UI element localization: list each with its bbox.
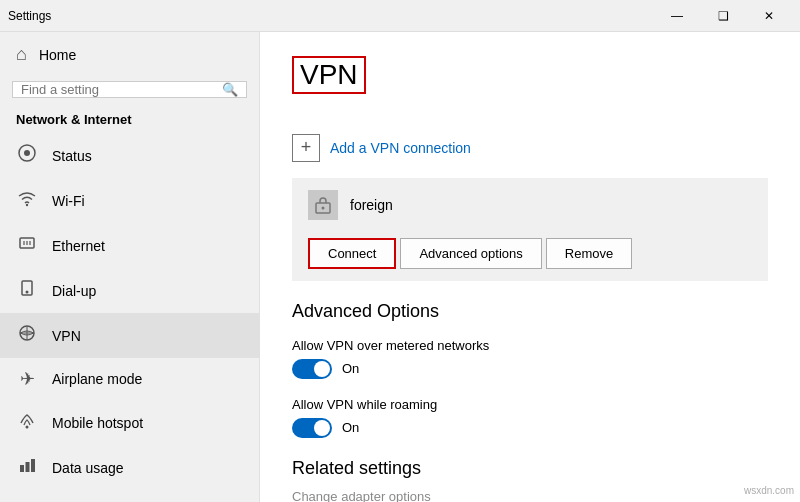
vpn-connection-name: foreign <box>350 197 393 213</box>
vpn-card-header: foreign <box>308 190 752 220</box>
page-title: VPN <box>292 56 366 94</box>
sidebar-item-status[interactable]: Status <box>0 133 259 178</box>
search-icon: 🔍 <box>222 82 238 97</box>
close-button[interactable]: ✕ <box>746 0 792 32</box>
option1-toggle-text: On <box>342 361 359 376</box>
sidebar-item-airplane-label: Airplane mode <box>52 371 142 387</box>
option2-toggle-row: On <box>292 418 768 438</box>
option1-label: Allow VPN over metered networks <box>292 338 768 353</box>
sidebar-home-label: Home <box>39 47 76 63</box>
option1-toggle-row: On <box>292 359 768 379</box>
sidebar: ⌂ Home 🔍 Network & Internet Status <box>0 32 260 502</box>
status-icon <box>16 143 38 168</box>
option1-toggle[interactable] <box>292 359 332 379</box>
sidebar-item-vpn[interactable]: VPN <box>0 313 259 358</box>
search-input[interactable] <box>21 82 222 97</box>
option2-toggle[interactable] <box>292 418 332 438</box>
related-settings-section: Related settings Change adapter options <box>292 458 768 502</box>
sidebar-item-datausage[interactable]: Data usage <box>0 445 259 490</box>
sidebar-item-wifi-label: Wi-Fi <box>52 193 85 209</box>
sidebar-item-airplane[interactable]: ✈ Airplane mode <box>0 358 259 400</box>
home-icon: ⌂ <box>16 44 27 65</box>
svg-point-1 <box>24 150 30 156</box>
app-body: ⌂ Home 🔍 Network & Internet Status <box>0 32 800 502</box>
vpn-card-icon <box>308 190 338 220</box>
add-vpn-icon: + <box>292 134 320 162</box>
svg-point-18 <box>322 206 325 209</box>
sidebar-item-ethernet[interactable]: Ethernet <box>0 223 259 268</box>
svg-point-7 <box>26 291 29 294</box>
sidebar-section-title: Network & Internet <box>0 106 259 133</box>
title-bar-controls: — ❑ ✕ <box>654 0 792 32</box>
sidebar-item-hotspot-label: Mobile hotspot <box>52 415 143 431</box>
vpn-card: foreign Connect Advanced options Remove <box>292 178 768 281</box>
change-adapter-options-link[interactable]: Change adapter options <box>292 489 768 502</box>
search-box: 🔍 <box>12 81 247 98</box>
advanced-section-title: Advanced Options <box>292 301 768 322</box>
connect-button[interactable]: Connect <box>308 238 396 269</box>
sidebar-item-ethernet-label: Ethernet <box>52 238 105 254</box>
minimize-button[interactable]: — <box>654 0 700 32</box>
sidebar-item-status-label: Status <box>52 148 92 164</box>
sidebar-item-dialup-label: Dial-up <box>52 283 96 299</box>
option-metered-networks: Allow VPN over metered networks On <box>292 338 768 379</box>
hotspot-icon <box>16 410 38 435</box>
advanced-options-button[interactable]: Advanced options <box>400 238 541 269</box>
sidebar-item-wifi[interactable]: Wi-Fi <box>0 178 259 223</box>
option2-toggle-text: On <box>342 420 359 435</box>
watermark: wsxdn.com <box>744 485 794 496</box>
airplane-icon: ✈ <box>16 368 38 390</box>
sidebar-item-vpn-label: VPN <box>52 328 81 344</box>
sidebar-item-datausage-label: Data usage <box>52 460 124 476</box>
restore-button[interactable]: ❑ <box>700 0 746 32</box>
svg-point-11 <box>26 426 29 429</box>
sidebar-item-home[interactable]: ⌂ Home <box>0 32 259 77</box>
vpn-card-actions: Connect Advanced options Remove <box>308 230 752 281</box>
sidebar-item-hotspot[interactable]: Mobile hotspot <box>0 400 259 445</box>
remove-button[interactable]: Remove <box>546 238 632 269</box>
option-roaming: Allow VPN while roaming On <box>292 397 768 438</box>
wifi-icon <box>16 188 38 213</box>
dialup-icon <box>16 278 38 303</box>
add-vpn-label: Add a VPN connection <box>330 140 471 156</box>
advanced-options-section: Advanced Options Allow VPN over metered … <box>292 301 768 438</box>
content-area: VPN + Add a VPN connection foreign Conne <box>260 32 800 502</box>
datausage-icon <box>16 455 38 480</box>
title-bar: Settings — ❑ ✕ <box>0 0 800 32</box>
title-bar-text: Settings <box>8 9 654 23</box>
sidebar-item-proxy[interactable]: Proxy <box>0 490 259 502</box>
option2-label: Allow VPN while roaming <box>292 397 768 412</box>
svg-point-2 <box>26 204 28 206</box>
related-section-title: Related settings <box>292 458 768 479</box>
sidebar-item-dialup[interactable]: Dial-up <box>0 268 259 313</box>
vpn-icon <box>16 323 38 348</box>
add-vpn-row[interactable]: + Add a VPN connection <box>292 134 768 162</box>
ethernet-icon <box>16 233 38 258</box>
